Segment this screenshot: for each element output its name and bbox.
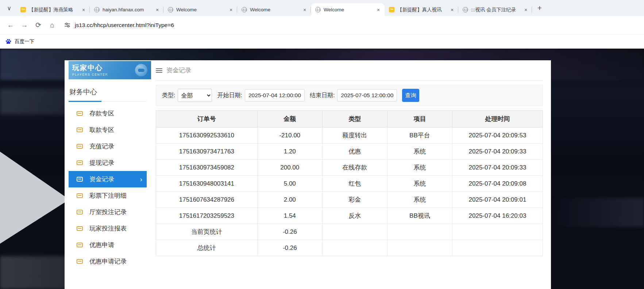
table-cell: 彩金	[322, 192, 387, 208]
browser-tab[interactable]: Welcome ×	[311, 3, 385, 16]
sidebar-item-player-bet-report[interactable]: 玩家投注报表 ›	[69, 220, 147, 237]
sidebar-item-label: 存款专区	[89, 109, 114, 118]
table-cell: 1751607634287926	[156, 192, 258, 208]
browser-tab[interactable]: 【新提醒】海燕策略 ×	[16, 3, 90, 16]
page-background: 玩家中心 PLAYERS CENTER 财务中心 存款专区 › 取款专区 › 充…	[0, 49, 644, 289]
browser-tab[interactable]: Welcome ×	[163, 3, 237, 16]
globe-icon	[463, 7, 468, 12]
table-cell: 1.54	[257, 208, 322, 224]
table-cell: 总统计	[156, 240, 258, 256]
withdrawal-record-icon	[77, 160, 83, 165]
funds-table: 订单号金额类型项目处理时间 1751630992533610-210.00额度转…	[156, 110, 543, 256]
filter-bar: 类型: 全部 开始日期: 结束日期: 查询	[156, 85, 543, 106]
sidebar-item-promo-apply-record[interactable]: 优惠申请记录 ›	[69, 253, 147, 270]
promo-apply-record-icon	[77, 259, 83, 264]
table-row: 17516309734717631.20优惠系统2025-07-04 20:09…	[156, 144, 543, 160]
tab-close-icon[interactable]: ×	[449, 7, 455, 13]
deposit-icon	[77, 111, 83, 116]
tab-strip: ∨ 【新提醒】海燕策略 × haiyan.hfanax.com × Welcom…	[0, 0, 644, 16]
table-cell: 2025-07-04 20:09:01	[452, 192, 543, 208]
sidebar-item-lottery-bet-detail[interactable]: 彩票下注明细 ›	[69, 187, 147, 204]
background-streak	[549, 198, 644, 227]
browser-tab[interactable]: haiyan.hfanax.com ×	[90, 3, 163, 16]
sidebar-item-label: 厅室投注记录	[89, 208, 127, 216]
type-select[interactable]: 全部	[178, 89, 212, 102]
tab-title: Welcome	[250, 7, 298, 12]
table-cell: 红包	[322, 176, 387, 192]
end-date-input[interactable]	[337, 89, 397, 102]
back-arrow-icon: ←	[7, 21, 14, 29]
browser-tab[interactable]: 【新提醒】真人视讯 ×	[385, 3, 458, 16]
end-date-label: 结束日期:	[310, 92, 335, 99]
table-cell: 2025-07-04 20:09:33	[452, 144, 543, 160]
sidebar-item-label: 玩家投注报表	[89, 224, 127, 233]
table-header-cell: 金额	[257, 111, 322, 128]
chevron-right-icon: ›	[140, 175, 142, 183]
new-tab-button[interactable]: +	[534, 3, 545, 14]
table-cell: 1751630992533610	[156, 128, 258, 144]
withdraw-icon	[77, 128, 83, 132]
address-bar-url[interactable]: js13.cc/hhcp/usercenter.html?iniType=6	[75, 22, 174, 28]
sidebar-item-deposit[interactable]: 存款专区 ›	[69, 105, 147, 122]
table-row: 1751630992533610-210.00额度转出BB平台2025-07-0…	[156, 128, 543, 144]
browser-tab[interactable]: Welcome ×	[237, 3, 311, 16]
table-cell: 系统	[387, 144, 452, 160]
main-content: 资金记录 类型: 全部 开始日期: 结束日期: 查询 订单号金额类型项目处理时间…	[151, 60, 551, 289]
sidebar-item-withdrawal-record[interactable]: 提现记录 ›	[69, 155, 147, 171]
browser-tab[interactable]: :::视讯 会员下注纪录 ×	[458, 3, 532, 16]
start-date-input[interactable]	[245, 89, 305, 102]
tab-close-icon[interactable]: ×	[301, 7, 308, 13]
table-cell: 1751630973459082	[156, 160, 258, 176]
table-cell: 2025-07-04 16:20:03	[452, 208, 543, 224]
forward-button[interactable]: →	[18, 19, 31, 31]
table-header-cell: 项目	[387, 111, 452, 128]
table-cell	[322, 224, 387, 240]
sidebar-header: 玩家中心 PLAYERS CENTER	[69, 61, 151, 79]
site-settings-icon[interactable]	[64, 22, 70, 28]
table-cell: -210.00	[257, 128, 322, 144]
reload-button[interactable]: ⟳	[32, 19, 45, 31]
tab-close-icon[interactable]: ×	[228, 7, 234, 13]
lottery-bet-detail-icon	[77, 193, 83, 198]
sidebar-item-label: 优惠申请记录	[89, 257, 127, 266]
funds-table-body: 1751630992533610-210.00额度转出BB平台2025-07-0…	[156, 128, 543, 256]
table-cell: 1751630973471763	[156, 144, 258, 160]
sidebar-item-label: 彩票下注明细	[89, 191, 127, 200]
table-cell: 2025-07-04 20:09:33	[452, 160, 543, 176]
tab-close-icon[interactable]: ×	[375, 7, 382, 13]
table-header-cell: 处理时间	[452, 111, 543, 128]
sidebar-item-withdraw[interactable]: 取款专区 ›	[69, 122, 147, 138]
table-cell	[452, 240, 543, 256]
tab-close-icon[interactable]: ×	[80, 7, 87, 13]
back-button[interactable]: ←	[4, 19, 17, 31]
home-button[interactable]: ⌂	[46, 19, 58, 31]
sidebar-item-recharge-record[interactable]: 充值记录 ›	[69, 138, 147, 155]
query-button[interactable]: 查询	[402, 89, 419, 102]
sidebar-item-promo-apply[interactable]: 优惠申请 ›	[69, 237, 147, 253]
table-cell: 系统	[387, 192, 452, 208]
table-cell: 系统	[387, 176, 452, 192]
background-triangle	[0, 152, 69, 244]
tab-search-button[interactable]: ∨	[4, 3, 15, 14]
player-center-panel: 玩家中心 PLAYERS CENTER 财务中心 存款专区 › 取款专区 › 充…	[65, 60, 551, 289]
table-header-row: 订单号金额类型项目处理时间	[156, 111, 543, 128]
sidebar-item-funds-record[interactable]: 资金记录 ›	[69, 171, 147, 187]
tab-close-icon[interactable]: ×	[522, 7, 529, 13]
reload-icon: ⟳	[35, 21, 41, 29]
page-title: 资金记录	[166, 66, 191, 75]
table-header-cell: 订单号	[156, 111, 258, 128]
table-cell: 2.00	[257, 192, 322, 208]
sidebar-item-label: 资金记录	[89, 175, 114, 183]
sidebar-item-hall-bet-record[interactable]: 厅室投注记录 ›	[69, 204, 147, 220]
tab-title: 【新提醒】海燕策略	[29, 7, 77, 13]
recharge-record-icon	[77, 144, 83, 149]
table-cell	[452, 224, 543, 240]
globe-icon	[168, 7, 173, 12]
tab-close-icon[interactable]: ×	[154, 7, 161, 13]
table-cell: 2025-07-04 20:09:08	[452, 176, 543, 192]
table-row: 总统计-0.26	[156, 240, 543, 256]
sidebar: 玩家中心 PLAYERS CENTER 财务中心 存款专区 › 取款专区 › 充…	[65, 60, 151, 289]
sidebar-item-label: 优惠申请	[89, 241, 114, 249]
bookmark-baidu[interactable]: 百度一下	[15, 38, 34, 45]
tab-title: haiyan.hfanax.com	[103, 7, 151, 12]
